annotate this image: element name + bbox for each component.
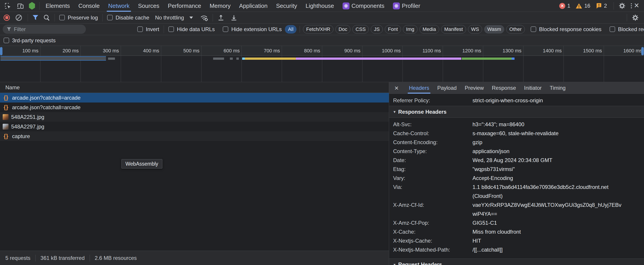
invert-toggle[interactable]: Invert	[137, 26, 159, 33]
header-row: X-Nextjs-Matched-Path: /[[...catchall]]	[389, 245, 644, 254]
divider	[627, 14, 627, 22]
resource-type-chip[interactable]: Other	[506, 25, 525, 34]
resource-type-chip[interactable]: Wasm	[484, 25, 504, 34]
main-tab[interactable]: Application	[235, 0, 272, 12]
third-party-checkbox[interactable]	[4, 38, 9, 43]
request-row[interactable]: arcade.json?catchall=arcade	[0, 103, 389, 112]
main-tab[interactable]: Console	[74, 0, 104, 12]
main-tab[interactable]: Elements	[41, 0, 74, 12]
details-tab-strip: Headers Payload Preview Response	[389, 82, 644, 94]
name-column-header[interactable]: Name	[0, 82, 389, 93]
chip-label: Doc	[338, 27, 347, 32]
issues-button[interactable]: 2	[596, 3, 607, 9]
blocked-response-cookies-checkbox[interactable]	[531, 27, 536, 32]
resource-type-chip[interactable]: Media	[420, 25, 439, 34]
resource-type-chip[interactable]: Font	[385, 25, 401, 34]
filter-input[interactable]: Filter	[3, 25, 86, 34]
main-tab-label: Sources	[138, 3, 159, 10]
request-row[interactable]: 548A2297.jpg	[0, 122, 389, 131]
request-row[interactable]: arcade.json?catchall=arcade	[0, 93, 389, 103]
import-har-icon[interactable]	[217, 14, 224, 21]
disable-cache-toggle[interactable]: Disable cache	[107, 15, 149, 21]
main-tab[interactable]: Lighthouse	[301, 0, 338, 12]
timeline-tick-label: 300 ms	[103, 48, 119, 54]
request-list: arcade.json?catchall=arcade arcade.json?…	[0, 93, 389, 251]
details-tab[interactable]: Preview	[461, 82, 488, 94]
resource-type-chip[interactable]: Manifest	[441, 25, 466, 34]
main-tab[interactable]: Profiler	[389, 0, 424, 12]
details-tab[interactable]: Timing	[546, 82, 570, 94]
header-row: Cache-Control: s-maxage=60, stale-while-…	[389, 129, 644, 138]
node-extension-icon[interactable]	[28, 2, 35, 10]
overview-right-handle[interactable]	[641, 47, 644, 55]
main-tab[interactable]: Security	[272, 0, 302, 12]
request-headers-section-header[interactable]: Request Headers	[389, 258, 644, 265]
more-options-kebab-icon[interactable]	[631, 3, 632, 9]
devtools-main-toolbar: Elements Console Network Sources Perform…	[0, 0, 644, 12]
resource-type-chip[interactable]: Fetch/XHR	[303, 25, 334, 34]
hide-data-urls-toggle[interactable]: Hide data URLs	[168, 26, 215, 33]
waterfall-overview-segment	[296, 58, 461, 60]
main-tab[interactable]: Network	[104, 0, 134, 12]
settings-gear-icon[interactable]	[618, 2, 626, 10]
overview-left-handle[interactable]	[0, 47, 2, 55]
main-tab[interactable]: Components	[338, 0, 389, 12]
preserve-log-toggle[interactable]: Preserve log	[59, 15, 98, 21]
export-har-icon[interactable]	[230, 14, 238, 21]
main-tab[interactable]: Memory	[205, 0, 235, 12]
details-tab[interactable]: Headers	[405, 82, 433, 94]
resource-type-icon	[3, 104, 10, 111]
resource-type-chip[interactable]: Doc	[336, 25, 350, 34]
hide-data-urls-checkbox[interactable]	[168, 27, 174, 32]
close-details-icon[interactable]	[394, 84, 399, 92]
network-settings-gear-icon[interactable]	[632, 14, 639, 22]
resource-type-icon	[3, 114, 8, 120]
blocked-response-cookies-toggle[interactable]: Blocked response cookies	[531, 26, 602, 33]
main-tab[interactable]: Sources	[134, 0, 164, 12]
third-party-toggle[interactable]: 3rd-party requests	[4, 37, 56, 44]
main-tab[interactable]: Performance	[164, 0, 206, 12]
blocked-requests-toggle[interactable]: Blocked requests	[610, 26, 644, 33]
timeline-tick-label: 1200 ms	[462, 48, 481, 54]
disable-cache-checkbox[interactable]	[107, 15, 113, 20]
search-icon[interactable]	[44, 14, 50, 21]
network-conditions-icon[interactable]	[200, 14, 208, 22]
timeline-gridline	[362, 46, 362, 82]
preserve-log-checkbox[interactable]	[59, 15, 65, 20]
timeline-gridline	[161, 46, 161, 82]
react-icon	[393, 3, 400, 10]
filter-funnel-icon[interactable]	[32, 15, 38, 20]
resource-type-chip[interactable]: JS	[371, 25, 383, 34]
request-row[interactable]: 548A2251.jpg	[0, 112, 389, 122]
chip-label: Fetch/XHR	[306, 27, 330, 32]
request-row[interactable]: capture	[0, 131, 389, 141]
resource-type-chip[interactable]: Img	[403, 25, 418, 34]
details-tab[interactable]: Response	[488, 82, 520, 94]
filter-placeholder: Filter	[14, 26, 26, 33]
timeline-gridline	[282, 46, 282, 82]
resource-type-chip[interactable]: CSS	[352, 25, 369, 34]
response-headers-section-header[interactable]: Response Headers	[389, 106, 644, 118]
throttling-dropdown[interactable]: No throttling	[155, 15, 193, 21]
clear-network-log-icon[interactable]	[16, 15, 22, 21]
details-tab[interactable]: Payload	[433, 82, 461, 94]
console-errors-button[interactable]: 1	[559, 3, 570, 9]
chip-label: Wasm	[487, 27, 501, 32]
timeline-tick-label: 900 ms	[344, 48, 360, 54]
inspect-element-icon[interactable]	[4, 2, 12, 10]
hide-extension-urls-checkbox[interactable]	[223, 27, 228, 32]
resource-type-chip[interactable]: All	[285, 25, 296, 34]
console-warnings-button[interactable]: 16	[576, 3, 590, 9]
resource-type-chip[interactable]: WS	[468, 25, 482, 34]
record-network-log-icon[interactable]	[4, 15, 10, 21]
header-row: X-Amz-Cf-Pop: GIG51-C1	[389, 218, 644, 227]
details-tab[interactable]: Initiator	[520, 82, 546, 94]
timeline-gridline	[564, 46, 564, 82]
network-overview-timeline[interactable]: 100 ms200 ms300 ms400 ms500 ms600 ms700 …	[0, 46, 644, 82]
device-toolbar-icon[interactable]	[16, 2, 24, 10]
close-devtools-icon[interactable]	[634, 1, 639, 10]
blocked-requests-checkbox[interactable]	[610, 27, 615, 32]
invert-checkbox[interactable]	[137, 27, 143, 32]
network-filter-bar: Filter Invert Hide data URLs Hide extens…	[0, 24, 644, 35]
hide-extension-urls-toggle[interactable]: Hide extension URLs	[223, 26, 282, 33]
